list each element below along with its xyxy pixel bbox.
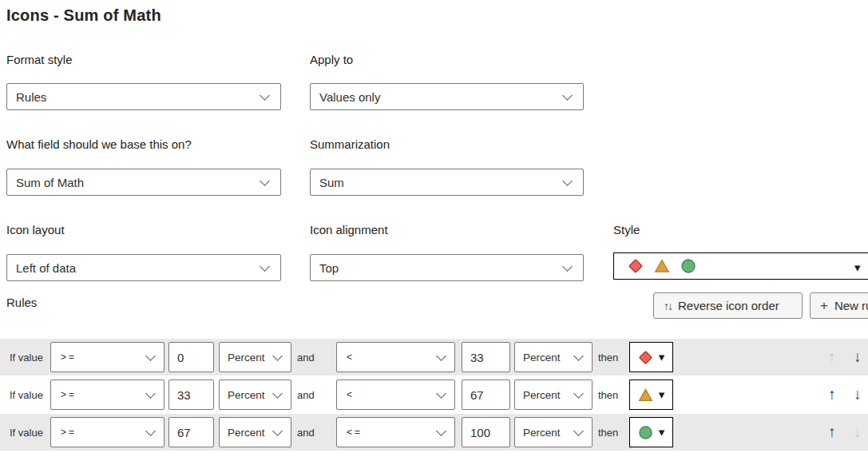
rule3-operator2-dropdown[interactable]: <= (336, 417, 455, 447)
chevron-down-icon (562, 261, 573, 272)
summarization-value: Sum (311, 176, 344, 189)
base-field-label: What field should we base this on? (6, 137, 192, 151)
icon-alignment-label: Icon alignment (310, 223, 388, 236)
chevron-down-icon (562, 176, 573, 186)
rule1-max-value-input[interactable] (462, 342, 510, 372)
format-style-label: Format style (6, 53, 73, 66)
reverse-icon-order-label: Reverse icon order (678, 299, 779, 312)
triangle-icon (638, 387, 653, 403)
rule1-operator1-dropdown[interactable]: >= (50, 342, 164, 372)
chevron-down-icon (272, 388, 283, 399)
rule1-min-value-input[interactable] (168, 342, 214, 372)
chevron-down-icon (436, 426, 446, 436)
up-down-arrows-icon (664, 299, 672, 312)
if-value-label: If value (10, 376, 43, 413)
then-label: then (598, 414, 618, 451)
iconset-preview (614, 258, 696, 274)
chevron-down-icon (272, 426, 283, 436)
rule1-operator2-dropdown[interactable]: < (336, 342, 455, 372)
rule1-unit2-dropdown[interactable]: Percent (514, 342, 593, 372)
and-label: and (297, 339, 315, 376)
caret-down-icon (854, 260, 861, 275)
rule2-operator2-dropdown[interactable]: < (336, 379, 455, 410)
rule1-unit1-dropdown[interactable]: Percent (219, 342, 291, 372)
rule-row-3: If value >= Percent and <= Percent then (0, 414, 868, 451)
rule1-move-down-button[interactable] (848, 339, 867, 376)
rule3-unit2-dropdown[interactable]: Percent (514, 417, 593, 447)
if-value-label: If value (10, 339, 43, 376)
icon-alignment-value: Top (311, 261, 339, 275)
rule2-icon-picker[interactable] (629, 379, 673, 410)
format-style-value: Rules (7, 90, 46, 104)
and-label: and (297, 376, 315, 413)
chevron-down-icon (145, 388, 156, 399)
base-field-dropdown[interactable]: Sum of Math (6, 169, 281, 196)
rule-row-1: If value >= Percent and < Percent then (0, 339, 868, 376)
icon-layout-dropdown[interactable]: Left of data (6, 254, 281, 281)
icon-layout-value: Left of data (7, 261, 76, 275)
circle-icon (680, 258, 696, 274)
chevron-down-icon (436, 388, 446, 399)
rule2-unit1-dropdown[interactable]: Percent (219, 379, 291, 410)
chevron-down-icon (573, 426, 584, 436)
summarization-label: Summarization (310, 137, 390, 151)
rule2-unit2-dropdown[interactable]: Percent (514, 379, 593, 410)
chevron-down-icon (145, 426, 156, 436)
chevron-down-icon (272, 351, 283, 361)
rule1-unit2-value: Percent (515, 352, 561, 364)
chevron-down-icon (573, 351, 584, 361)
caret-down-icon (659, 387, 665, 402)
chevron-down-icon (260, 90, 270, 101)
rule3-unit2-value: Percent (515, 427, 561, 439)
format-style-dropdown[interactable]: Rules (6, 83, 281, 110)
style-label: Style (613, 223, 640, 236)
rules-section-label: Rules (6, 296, 37, 309)
base-field-value: Sum of Math (7, 176, 84, 189)
icon-alignment-dropdown[interactable]: Top (310, 254, 584, 281)
rule2-move-down-button[interactable] (848, 376, 867, 413)
rule1-unit1-value: Percent (220, 352, 265, 364)
rule3-max-value-input[interactable] (462, 417, 510, 447)
rule2-operator2-value: < (337, 389, 355, 400)
apply-to-label: Apply to (310, 53, 353, 66)
rule3-move-down-button (848, 414, 867, 451)
chevron-down-icon (145, 351, 156, 361)
diamond-icon (638, 350, 653, 365)
rule3-icon-picker[interactable] (629, 417, 673, 447)
apply-to-dropdown[interactable]: Values only (310, 83, 584, 110)
chevron-down-icon (260, 261, 270, 272)
style-iconset-dropdown[interactable] (613, 252, 868, 280)
and-label: and (297, 414, 315, 451)
circle-icon (638, 425, 653, 440)
chevron-down-icon (260, 176, 270, 186)
rule2-operator1-dropdown[interactable]: >= (50, 379, 164, 410)
rule3-min-value-input[interactable] (168, 417, 214, 447)
apply-to-value: Values only (311, 90, 380, 104)
caret-down-icon (659, 350, 665, 364)
rule1-icon-picker[interactable] (629, 342, 673, 372)
rule3-unit1-dropdown[interactable]: Percent (219, 417, 291, 447)
then-label: then (598, 339, 618, 376)
rule3-move-up-button[interactable] (822, 414, 842, 451)
chevron-down-icon (562, 90, 573, 101)
triangle-icon (654, 258, 670, 274)
diamond-icon (628, 258, 644, 274)
summarization-dropdown[interactable]: Sum (310, 169, 584, 196)
rule3-operator1-value: >= (51, 427, 77, 438)
rule3-unit1-value: Percent (220, 427, 265, 439)
page-title: Icons - Sum of Math (6, 6, 161, 25)
rule1-move-up-button (822, 339, 842, 376)
reverse-icon-order-button[interactable]: Reverse icon order (653, 292, 803, 319)
chevron-down-icon (573, 388, 584, 399)
rule2-unit2-value: Percent (515, 389, 561, 401)
icon-layout-label: Icon layout (6, 223, 65, 236)
rule2-unit1-value: Percent (220, 389, 265, 401)
new-rule-button[interactable]: New rule (810, 292, 868, 319)
rule2-max-value-input[interactable] (462, 379, 510, 410)
rule2-min-value-input[interactable] (168, 379, 214, 410)
rule2-operator1-value: >= (51, 389, 77, 400)
rule3-operator1-dropdown[interactable]: >= (50, 417, 164, 447)
chevron-down-icon (436, 351, 446, 361)
rule2-move-up-button[interactable] (822, 376, 842, 413)
caret-down-icon (659, 425, 665, 439)
